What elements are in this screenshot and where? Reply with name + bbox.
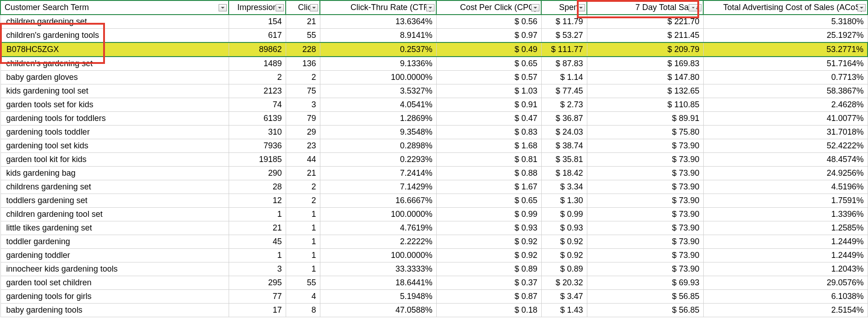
cell-cpc[interactable]: $ 0.18 <box>436 304 541 317</box>
cell-click[interactable]: 4 <box>286 290 320 304</box>
cell-term[interactable]: little tikes gardening set <box>0 221 229 235</box>
cell-cpc[interactable]: $ 0.97 <box>436 29 541 43</box>
cell-ctr[interactable]: 13.6364% <box>320 15 436 29</box>
filter-dropdown-icon[interactable] <box>577 4 585 11</box>
cell-term[interactable]: kids gardening bag <box>0 167 229 180</box>
cell-acos[interactable]: 5.3180% <box>703 15 868 29</box>
cell-spend[interactable]: $ 0.93 <box>541 221 587 235</box>
cell-click[interactable]: 136 <box>286 57 320 71</box>
cell-cpc[interactable]: $ 0.65 <box>436 194 541 208</box>
header-clicks[interactable]: Click <box>286 0 320 15</box>
cell-spend[interactable]: $ 0.89 <box>541 262 587 276</box>
table-row[interactable]: baby garden gloves22100.0000%$ 0.57$ 1.1… <box>0 71 868 84</box>
cell-acos[interactable]: 1.2043% <box>703 262 868 276</box>
cell-acos[interactable]: 24.9256% <box>703 167 868 180</box>
cell-sales[interactable]: $ 89.91 <box>587 112 703 126</box>
cell-impr[interactable]: 74 <box>229 98 286 112</box>
cell-impr[interactable]: 19185 <box>229 153 286 167</box>
cell-sales[interactable]: $ 56.85 <box>587 290 703 304</box>
cell-sales[interactable]: $ 73.90 <box>587 208 703 221</box>
cell-cpc[interactable]: $ 0.56 <box>436 15 541 29</box>
cell-acos[interactable]: 48.4574% <box>703 153 868 167</box>
cell-ctr[interactable]: 9.3548% <box>320 126 436 139</box>
cell-term[interactable]: gardening tools for toddlers <box>0 112 229 126</box>
cell-ctr[interactable]: 100.0000% <box>320 249 436 262</box>
table-row[interactable]: garden tools set for kids7434.0541%$ 0.9… <box>0 98 868 112</box>
cell-impr[interactable]: 290 <box>229 167 286 180</box>
cell-spend[interactable]: $ 36.87 <box>541 112 587 126</box>
header-spend[interactable]: Spend <box>541 0 587 15</box>
table-row[interactable]: kids gardening bag290217.2414%$ 0.88$ 18… <box>0 167 868 180</box>
table-row[interactable]: children gardening set1542113.6364%$ 0.5… <box>0 15 868 29</box>
cell-ctr[interactable]: 9.1336% <box>320 57 436 71</box>
table-row[interactable]: toddler gardening4512.2222%$ 0.92$ 0.92$… <box>0 235 868 249</box>
cell-ctr[interactable]: 3.5327% <box>320 84 436 98</box>
cell-click[interactable]: 55 <box>286 276 320 290</box>
cell-click[interactable]: 29 <box>286 126 320 139</box>
cell-sales[interactable]: $ 73.90 <box>587 153 703 167</box>
table-row[interactable]: children gardening tool set11100.0000%$ … <box>0 208 868 221</box>
sort-desc-icon[interactable] <box>689 4 701 11</box>
cell-acos[interactable]: 53.2771% <box>703 42 868 57</box>
cell-impr[interactable]: 310 <box>229 126 286 139</box>
header-customer-search-term[interactable]: Customer Search Term <box>0 0 229 15</box>
cell-sales[interactable]: $ 73.90 <box>587 180 703 194</box>
cell-click[interactable]: 1 <box>286 208 320 221</box>
cell-term[interactable]: children's gardening tools <box>0 29 229 43</box>
table-row[interactable]: baby gardening tools17847.0588%$ 0.18$ 1… <box>0 304 868 317</box>
cell-sales[interactable]: $ 73.90 <box>587 221 703 235</box>
cell-impr[interactable]: 7936 <box>229 139 286 153</box>
header-ctr[interactable]: Click-Thru Rate (CTR) <box>320 0 436 15</box>
cell-sales[interactable]: $ 73.90 <box>587 262 703 276</box>
cell-term[interactable]: toddler gardening <box>0 235 229 249</box>
cell-click[interactable]: 1 <box>286 262 320 276</box>
cell-ctr[interactable]: 16.6667% <box>320 194 436 208</box>
cell-impr[interactable]: 3 <box>229 262 286 276</box>
cell-spend[interactable]: $ 0.99 <box>541 208 587 221</box>
cell-sales[interactable]: $ 73.90 <box>587 167 703 180</box>
cell-ctr[interactable]: 100.0000% <box>320 208 436 221</box>
cell-spend[interactable]: $ 111.77 <box>541 42 587 57</box>
filter-dropdown-icon[interactable] <box>426 4 434 11</box>
cell-ctr[interactable]: 0.2293% <box>320 153 436 167</box>
cell-cpc[interactable]: $ 0.93 <box>436 221 541 235</box>
table-row[interactable]: gardening tools for girls7745.1948%$ 0.8… <box>0 290 868 304</box>
cell-impr[interactable]: 12 <box>229 194 286 208</box>
cell-spend[interactable]: $ 20.32 <box>541 276 587 290</box>
cell-click[interactable]: 44 <box>286 153 320 167</box>
cell-acos[interactable]: 2.5154% <box>703 304 868 317</box>
table-row[interactable]: little tikes gardening set2114.7619%$ 0.… <box>0 221 868 235</box>
cell-ctr[interactable]: 4.7619% <box>320 221 436 235</box>
cell-ctr[interactable]: 4.0541% <box>320 98 436 112</box>
table-row[interactable]: innocheer kids gardening tools3133.3333%… <box>0 262 868 276</box>
cell-sales[interactable]: $ 169.83 <box>587 57 703 71</box>
cell-cpc[interactable]: $ 0.65 <box>436 57 541 71</box>
cell-ctr[interactable]: 18.6441% <box>320 276 436 290</box>
cell-term[interactable]: toddlers gardening set <box>0 194 229 208</box>
table-row[interactable]: kids gardening tool set2123753.5327%$ 1.… <box>0 84 868 98</box>
cell-click[interactable]: 21 <box>286 167 320 180</box>
cell-spend[interactable]: $ 11.79 <box>541 15 587 29</box>
cell-click[interactable]: 2 <box>286 194 320 208</box>
cell-click[interactable]: 3 <box>286 98 320 112</box>
cell-spend[interactable]: $ 35.81 <box>541 153 587 167</box>
cell-spend[interactable]: $ 0.92 <box>541 249 587 262</box>
cell-sales[interactable]: $ 73.90 <box>587 249 703 262</box>
cell-term[interactable]: garden tools set for kids <box>0 98 229 112</box>
cell-sales[interactable]: $ 221.70 <box>587 15 703 29</box>
cell-term[interactable]: garden tool set children <box>0 276 229 290</box>
cell-impr[interactable]: 21 <box>229 221 286 235</box>
cell-click[interactable]: 23 <box>286 139 320 153</box>
cell-sales[interactable]: $ 132.65 <box>587 84 703 98</box>
cell-term[interactable]: children's gardening set <box>0 57 229 71</box>
cell-term[interactable]: childrens gardening set <box>0 180 229 194</box>
cell-cpc[interactable]: $ 0.92 <box>436 235 541 249</box>
cell-acos[interactable]: 25.1927% <box>703 29 868 43</box>
cell-term[interactable]: gardening toddler <box>0 249 229 262</box>
cell-acos[interactable]: 1.2585% <box>703 221 868 235</box>
cell-spend[interactable]: $ 3.34 <box>541 180 587 194</box>
cell-acos[interactable]: 51.7164% <box>703 57 868 71</box>
header-acos[interactable]: Total Advertising Cost of Sales (ACoS) <box>703 0 868 15</box>
cell-impr[interactable]: 1489 <box>229 57 286 71</box>
cell-cpc[interactable]: $ 0.87 <box>436 290 541 304</box>
